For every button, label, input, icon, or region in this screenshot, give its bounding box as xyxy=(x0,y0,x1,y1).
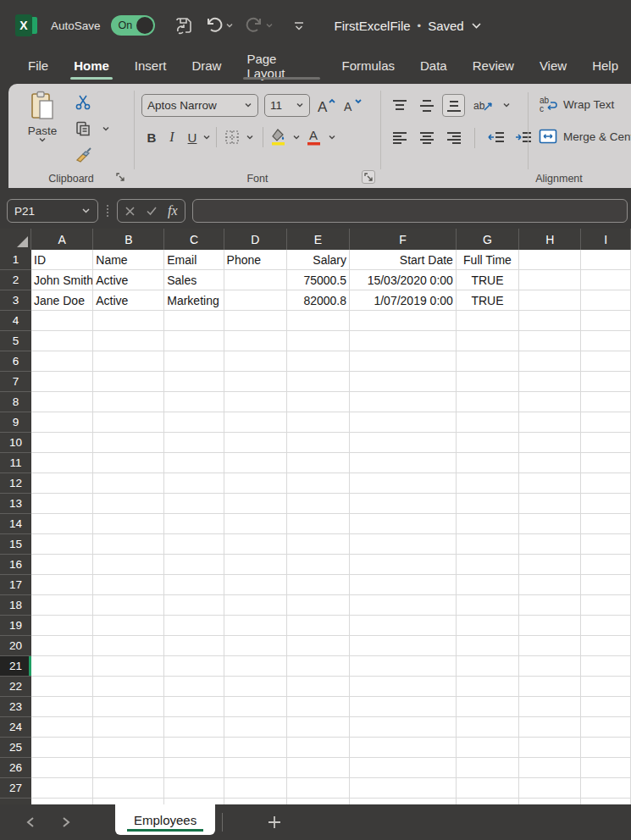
cell-H24[interactable] xyxy=(519,717,581,738)
cell-E4[interactable] xyxy=(287,311,350,331)
cell-G1[interactable]: Full Time xyxy=(457,250,519,270)
cell-D15[interactable] xyxy=(224,534,287,555)
cell-D27[interactable] xyxy=(224,778,287,799)
wrap-text-button[interactable]: ab c Wrap Text xyxy=(539,96,614,113)
row-header-13[interactable]: 13 xyxy=(0,494,31,514)
row-header-7[interactable]: 7 xyxy=(0,372,31,392)
cell-E18[interactable] xyxy=(287,595,350,616)
cell-H9[interactable] xyxy=(519,412,581,433)
cell-F27[interactable] xyxy=(350,778,457,799)
cell-C17[interactable] xyxy=(164,575,224,595)
column-header-F[interactable]: F xyxy=(350,229,457,250)
cell-D14[interactable] xyxy=(224,514,287,534)
cell-D21[interactable] xyxy=(224,656,287,677)
row-header-19[interactable]: 19 xyxy=(0,616,31,636)
cell-F12[interactable] xyxy=(350,473,457,494)
cell-H19[interactable] xyxy=(519,616,581,636)
cell-H27[interactable] xyxy=(519,778,581,799)
cell-A2[interactable]: John Smith xyxy=(31,270,93,290)
cell-E7[interactable] xyxy=(287,372,350,392)
cell-B28[interactable] xyxy=(93,799,164,804)
cell-C7[interactable] xyxy=(164,372,224,392)
cell-B18[interactable] xyxy=(93,595,164,616)
cell-H18[interactable] xyxy=(519,595,581,616)
cell-B24[interactable] xyxy=(93,717,164,738)
row-header-10[interactable]: 10 xyxy=(0,433,31,453)
cell-B3[interactable]: Active xyxy=(93,290,164,311)
paste-button[interactable]: Paste xyxy=(19,91,66,143)
format-painter-button[interactable] xyxy=(73,145,110,165)
cell-E5[interactable] xyxy=(287,331,350,351)
cell-G6[interactable] xyxy=(457,351,519,372)
cell-D16[interactable] xyxy=(224,555,287,575)
name-box[interactable]: P21 xyxy=(7,199,98,223)
ribbon-tab-help[interactable]: Help xyxy=(581,51,629,80)
cell-E26[interactable] xyxy=(287,758,350,778)
cell-D2[interactable] xyxy=(224,270,287,290)
row-header-27[interactable]: 27 xyxy=(0,778,31,799)
merge-center-button[interactable]: Merge & Center xyxy=(539,129,631,144)
cell-I9[interactable] xyxy=(581,412,631,433)
save-icon[interactable] xyxy=(170,12,197,39)
cell-B26[interactable] xyxy=(93,758,164,778)
cell-A4[interactable] xyxy=(31,311,93,331)
font-size-select[interactable]: 11 xyxy=(264,94,310,117)
row-header-26[interactable]: 26 xyxy=(0,758,31,778)
increase-font-size-button[interactable]: A xyxy=(316,95,336,117)
cell-C2[interactable]: Sales xyxy=(164,270,224,290)
align-left-button[interactable] xyxy=(388,126,411,149)
cell-F2[interactable]: 15/03/2020 0:00 xyxy=(350,270,457,290)
cell-F23[interactable] xyxy=(350,697,457,717)
row-header-23[interactable]: 23 xyxy=(0,697,31,717)
row-header-22[interactable]: 22 xyxy=(0,677,31,697)
cell-C18[interactable] xyxy=(164,595,224,616)
cell-G7[interactable] xyxy=(457,372,519,392)
cell-I13[interactable] xyxy=(581,494,631,514)
cell-B12[interactable] xyxy=(93,473,164,494)
cell-I11[interactable] xyxy=(581,453,631,473)
cell-D19[interactable] xyxy=(224,616,287,636)
cell-E9[interactable] xyxy=(287,412,350,433)
cell-I5[interactable] xyxy=(581,331,631,351)
cell-G16[interactable] xyxy=(457,555,519,575)
cell-A19[interactable] xyxy=(31,616,93,636)
cell-C3[interactable]: Marketing xyxy=(164,290,224,311)
cell-A28[interactable] xyxy=(31,799,93,804)
cell-G27[interactable] xyxy=(457,778,519,799)
middle-align-button[interactable] xyxy=(415,94,438,117)
cell-F5[interactable] xyxy=(350,331,457,351)
cell-D4[interactable] xyxy=(224,311,287,331)
cell-D20[interactable] xyxy=(224,636,287,656)
cell-F19[interactable] xyxy=(350,616,457,636)
cell-G8[interactable] xyxy=(457,392,519,412)
cell-I8[interactable] xyxy=(581,392,631,412)
cell-G4[interactable] xyxy=(457,311,519,331)
row-header-9[interactable]: 9 xyxy=(0,412,31,433)
cell-I14[interactable] xyxy=(581,514,631,534)
row-header-18[interactable]: 18 xyxy=(0,595,31,616)
cell-B5[interactable] xyxy=(93,331,164,351)
cell-G14[interactable] xyxy=(457,514,519,534)
row-header-4[interactable]: 4 xyxy=(0,311,31,331)
cell-E11[interactable] xyxy=(287,453,350,473)
cell-B16[interactable] xyxy=(93,555,164,575)
cell-H1[interactable] xyxy=(519,250,581,270)
cell-E22[interactable] xyxy=(287,677,350,697)
cell-H8[interactable] xyxy=(519,392,581,412)
cell-I7[interactable] xyxy=(581,372,631,392)
cell-E13[interactable] xyxy=(287,494,350,514)
cell-G10[interactable] xyxy=(457,433,519,453)
cell-E1[interactable]: Salary xyxy=(287,250,350,270)
cell-F25[interactable] xyxy=(350,738,457,758)
cell-E12[interactable] xyxy=(287,473,350,494)
cell-B25[interactable] xyxy=(93,738,164,758)
cell-A1[interactable]: ID xyxy=(31,250,93,270)
cell-A25[interactable] xyxy=(31,738,93,758)
cell-C13[interactable] xyxy=(164,494,224,514)
cell-H20[interactable] xyxy=(519,636,581,656)
cell-G12[interactable] xyxy=(457,473,519,494)
borders-button[interactable] xyxy=(222,126,242,148)
cell-G20[interactable] xyxy=(457,636,519,656)
cell-C1[interactable]: Email xyxy=(164,250,224,270)
column-header-E[interactable]: E xyxy=(287,229,350,250)
